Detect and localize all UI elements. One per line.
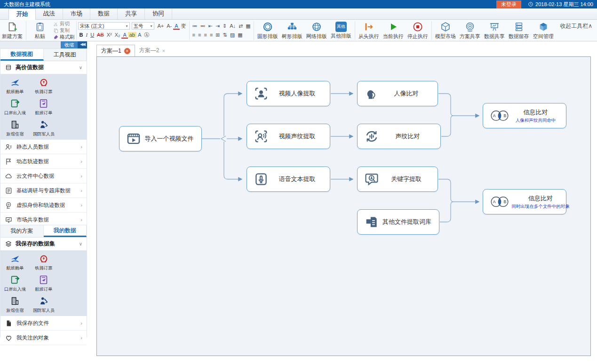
network-layout-button[interactable]: 网络排版 bbox=[304, 20, 329, 41]
category-row[interactable]: 基础调研与专题库数据› bbox=[0, 183, 87, 198]
dataset-item[interactable]: 航班订单 bbox=[30, 273, 58, 294]
align-left-icon[interactable]: ≡ bbox=[191, 32, 197, 38]
section-my-datasets[interactable]: 我保存的数据集 ∨ bbox=[0, 237, 87, 251]
stop-run-button[interactable]: 停止执行 bbox=[406, 20, 430, 41]
node-extract-voiceprint[interactable]: 视频声纹提取 bbox=[247, 124, 330, 149]
close-tab-icon[interactable]: × bbox=[162, 48, 165, 54]
decrease-indent-icon[interactable]: ⇤ bbox=[207, 23, 214, 29]
tab-my-data[interactable]: 我的数据 bbox=[44, 225, 87, 237]
dataset-item[interactable]: 国防军人员 bbox=[30, 294, 58, 315]
sort-icon[interactable]: A↓ bbox=[228, 23, 237, 29]
node-compare-face[interactable]: 人像比对 bbox=[357, 81, 438, 106]
row-followed-objects[interactable]: 我关注的对象 › bbox=[0, 331, 87, 345]
align-center-icon[interactable]: ≡ bbox=[197, 32, 202, 38]
sidebar-collapse-button[interactable]: 收缩 ◀◀ bbox=[61, 41, 87, 48]
paragraph-spacing-icon[interactable]: ⇅ bbox=[222, 32, 229, 38]
paste-icon bbox=[34, 21, 46, 32]
dataset-item[interactable]: 口岸出入境 bbox=[1, 96, 30, 118]
dataset-item[interactable]: 航班舱单 bbox=[1, 252, 30, 273]
category-row[interactable]: 动态轨迹数据› bbox=[0, 154, 87, 169]
data-share-button[interactable]: 数据共享 bbox=[482, 20, 507, 41]
node-compare-voiceprint[interactable]: 声纹比对 bbox=[357, 124, 441, 149]
run-from-start-button[interactable]: 从头执行 bbox=[357, 20, 381, 41]
node-info-compare-2[interactable]: A B 信息比对 同时出现在多个文件中的对象 bbox=[483, 189, 566, 214]
symbol-icon[interactable]: ⇄ bbox=[237, 23, 244, 29]
model-market-button[interactable]: 模型市场 bbox=[433, 20, 458, 41]
space-manage-button[interactable]: 空间管理 bbox=[531, 20, 556, 41]
copy-button[interactable]: 复制 bbox=[53, 27, 75, 34]
section-high-value-data[interactable]: 高价值数据 ∨ bbox=[0, 61, 87, 74]
node-extract-face[interactable]: 视频人像提取 bbox=[247, 81, 330, 106]
borders-icon[interactable]: ▦ bbox=[236, 32, 244, 38]
shading-icon[interactable]: ▨ bbox=[229, 32, 236, 38]
font-group: 宋体 (正文) ▾ 五号 ▾ A+A-A变 BIUABX²X₂AabAⒶ bbox=[78, 22, 188, 40]
underline-icon[interactable]: U bbox=[89, 32, 96, 38]
flow-canvas[interactable]: 导入一个视频文件 视频人像提取 视频声纹提取 语音文本提取 人像比对 声纹比对 … bbox=[96, 56, 591, 356]
line-spacing-icon[interactable]: ⇕ bbox=[221, 23, 228, 29]
category-row[interactable]: 静态人员数据› bbox=[0, 140, 87, 154]
category-row[interactable]: 虚拟身份和轨迹数据› bbox=[0, 198, 87, 213]
superscript-icon[interactable]: X² bbox=[105, 32, 113, 38]
dataset-item[interactable]: 航班舱单 bbox=[1, 75, 30, 96]
grow-font-icon[interactable]: A+ bbox=[156, 23, 166, 29]
table-grid-icon[interactable]: ▦ bbox=[244, 23, 252, 29]
dataset-item[interactable]: 口岸出入境 bbox=[1, 273, 30, 294]
italic-icon[interactable]: I bbox=[84, 32, 89, 38]
run-current-button[interactable]: 当前执行 bbox=[381, 20, 406, 41]
circle-layout-button[interactable]: 圆形排版 bbox=[255, 20, 280, 41]
node-extract-keyword[interactable]: 关键字提取 bbox=[357, 166, 438, 192]
node-info-compare-1[interactable]: A B 信息比对 人像和声纹共同命中 bbox=[483, 103, 566, 128]
menu-tab-share[interactable]: 共享 bbox=[118, 8, 145, 19]
login-status-badge[interactable]: 未登录 bbox=[496, 0, 521, 8]
paste-button[interactable]: 粘贴 bbox=[28, 20, 52, 41]
new-plan-button[interactable]: 新建方案 bbox=[0, 20, 24, 41]
font-name-select[interactable]: 宋体 (正文) ▾ bbox=[78, 22, 130, 30]
tab-my-plans[interactable]: 我的方案 bbox=[0, 225, 44, 237]
numbered-list-icon[interactable]: ≕ bbox=[199, 23, 207, 29]
distribute-icon[interactable]: ⊞ bbox=[214, 32, 221, 38]
font-color-icon[interactable]: A bbox=[121, 32, 127, 39]
tab-data-view[interactable]: 数据视图 bbox=[0, 49, 44, 61]
dataset-item[interactable]: 铁路订票 bbox=[30, 252, 58, 273]
row-saved-files[interactable]: 我保存的文件 › bbox=[0, 316, 87, 331]
tab-tool-view[interactable]: 工具视图 bbox=[44, 49, 87, 61]
menu-tab-market[interactable]: 市场 bbox=[63, 8, 90, 19]
canvas-tab-plan2[interactable]: 方案—2 × bbox=[135, 45, 169, 56]
dataset-item[interactable]: 旅馆住宿 bbox=[1, 294, 30, 315]
menu-tab-collab[interactable]: 协同 bbox=[145, 8, 172, 19]
menu-tab-start[interactable]: 开始 bbox=[8, 8, 36, 20]
cut-button[interactable]: 剪切 bbox=[53, 21, 75, 27]
other-layout-button[interactable]: 其他 其他排版 bbox=[329, 20, 353, 41]
highlight-icon[interactable]: ab bbox=[128, 32, 136, 38]
data-retain-button[interactable]: 数据留存 bbox=[507, 20, 531, 41]
justify-icon[interactable]: ≡ bbox=[208, 32, 214, 38]
dataset-item[interactable]: 航班订单 bbox=[30, 96, 58, 118]
dataset-item[interactable]: 铁路订票 bbox=[30, 75, 58, 96]
close-tab-icon[interactable]: × bbox=[124, 48, 130, 54]
align-right-icon[interactable]: ≡ bbox=[202, 32, 208, 38]
category-row[interactable]: 云文件中心数据› bbox=[0, 169, 87, 183]
node-import-video[interactable]: 导入一个视频文件 bbox=[119, 126, 202, 151]
strikethrough-icon[interactable]: AB bbox=[96, 32, 105, 38]
change-case-icon[interactable]: 变 bbox=[180, 23, 188, 29]
dataset-item[interactable]: 旅馆住宿 bbox=[1, 118, 30, 139]
collapse-toolbar-button[interactable]: 收起工具栏∧ bbox=[560, 22, 592, 30]
menu-tab-tactics[interactable]: 战法 bbox=[36, 8, 63, 19]
char-shading-icon[interactable]: A bbox=[136, 32, 143, 38]
canvas-tab-plan1[interactable]: 方案—1 × bbox=[96, 45, 135, 56]
bold-icon[interactable]: B bbox=[78, 32, 85, 38]
increase-indent-icon[interactable]: ⇥ bbox=[214, 23, 221, 29]
node-extract-speech-text[interactable]: 语音文本提取 bbox=[247, 166, 330, 192]
plan-share-button[interactable]: 方案共享 bbox=[458, 20, 482, 41]
dataset-item[interactable]: 国防军人员 bbox=[30, 118, 58, 139]
tree-layout-button[interactable]: 树形排版 bbox=[280, 20, 304, 41]
menu-tab-data[interactable]: 数据 bbox=[90, 8, 118, 19]
font-size-select[interactable]: 五号 ▾ bbox=[132, 22, 154, 30]
node-other-files-lexicon[interactable]: 其他文件提取词库 bbox=[357, 209, 439, 235]
clear-format-icon[interactable]: A bbox=[173, 23, 179, 30]
enclose-char-icon[interactable]: Ⓐ bbox=[143, 32, 151, 38]
subscript-icon[interactable]: X₂ bbox=[113, 32, 122, 38]
format-painter-button[interactable]: 格式刷 bbox=[53, 34, 75, 40]
bullet-list-icon[interactable]: ≔ bbox=[191, 23, 199, 29]
shrink-font-icon[interactable]: A- bbox=[165, 23, 173, 29]
